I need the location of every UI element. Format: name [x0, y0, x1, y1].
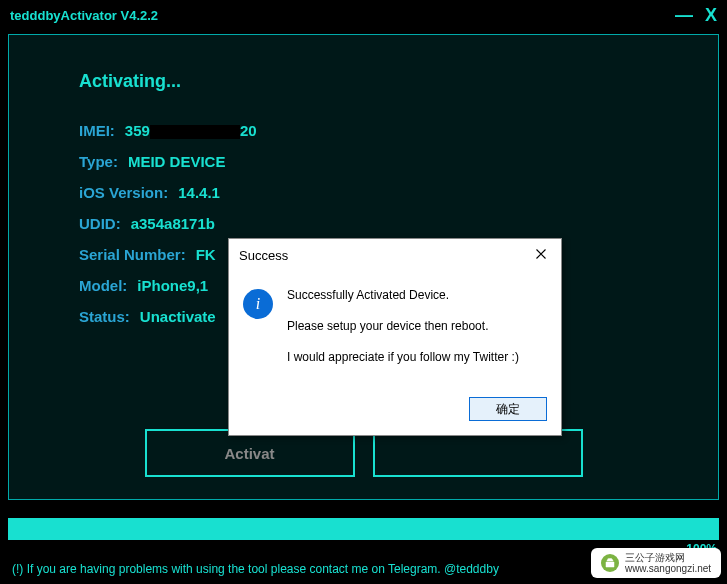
ios-row: iOS Version: 14.4.1: [79, 184, 648, 201]
dialog-ok-button[interactable]: 确定: [469, 397, 547, 421]
close-icon: [535, 248, 547, 260]
imei-value: 35920: [125, 122, 257, 139]
type-value: MEID DEVICE: [128, 153, 226, 170]
model-label: Model:: [79, 277, 127, 294]
dialog-titlebar: Success: [229, 239, 561, 269]
progress-bar: 100%: [8, 518, 719, 540]
ios-label: iOS Version:: [79, 184, 168, 201]
success-dialog: Success i Successfully Activated Device.…: [228, 238, 562, 436]
dialog-line-3: I would appreciate if you follow my Twit…: [287, 349, 519, 366]
dialog-footer: 确定: [229, 389, 561, 435]
progress-fill: [8, 518, 719, 540]
status-value: Unactivate: [140, 308, 216, 325]
window-controls: — X: [675, 5, 717, 26]
dialog-body: i Successfully Activated Device. Please …: [229, 269, 561, 389]
close-button[interactable]: X: [705, 5, 717, 26]
dialog-messages: Successfully Activated Device. Please se…: [287, 287, 519, 379]
titlebar: tedddbyActivator V4.2.2 — X: [0, 0, 727, 30]
status-heading: Activating...: [79, 71, 648, 92]
info-icon: i: [243, 289, 273, 319]
dialog-line-1: Successfully Activated Device.: [287, 287, 519, 304]
footer-note: (!) If you are having problems with usin…: [12, 562, 499, 576]
app-title: tedddbyActivator V4.2.2: [10, 8, 158, 23]
watermark-text: 三公子游戏网 www.sangongzi.net: [625, 552, 711, 574]
serial-value: FK: [196, 246, 216, 263]
model-value: iPhone9,1: [137, 277, 208, 294]
ios-value: 14.4.1: [178, 184, 220, 201]
udid-row: UDID: a354a8171b: [79, 215, 648, 232]
type-row: Type: MEID DEVICE: [79, 153, 648, 170]
android-icon: [601, 554, 619, 572]
udid-label: UDID:: [79, 215, 121, 232]
imei-row: IMEI: 35920: [79, 122, 648, 139]
dialog-close-button[interactable]: [531, 245, 551, 265]
type-label: Type:: [79, 153, 118, 170]
dialog-line-2: Please setup your device then reboot.: [287, 318, 519, 335]
imei-label: IMEI:: [79, 122, 115, 139]
serial-label: Serial Number:: [79, 246, 186, 263]
dialog-title: Success: [239, 248, 288, 263]
watermark: 三公子游戏网 www.sangongzi.net: [591, 548, 721, 578]
minimize-button[interactable]: —: [675, 5, 693, 26]
udid-value: a354a8171b: [131, 215, 215, 232]
status-label: Status:: [79, 308, 130, 325]
